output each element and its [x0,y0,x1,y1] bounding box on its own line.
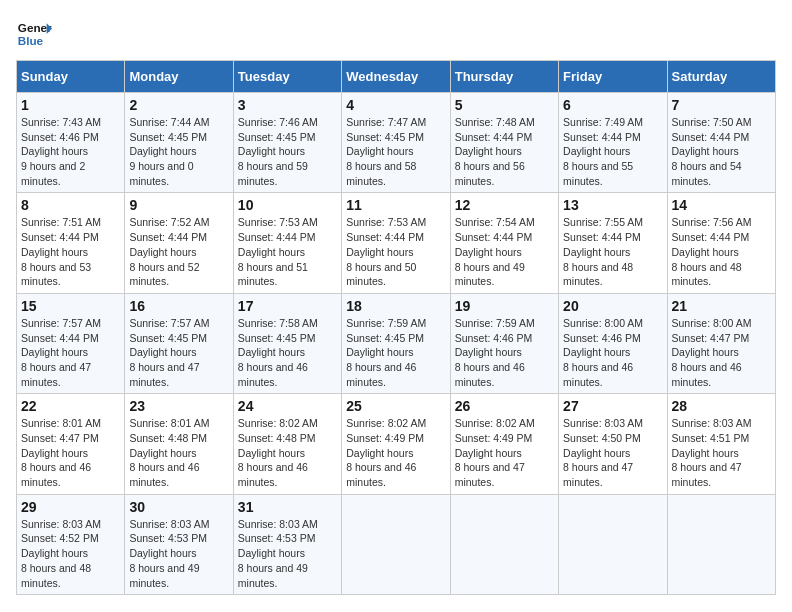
calendar-cell: 19 Sunrise: 7:59 AM Sunset: 4:46 PM Dayl… [450,293,558,393]
daylight-value: 8 hours and 46 minutes. [672,361,742,388]
day-number: 18 [346,298,445,314]
day-info: Sunrise: 8:03 AM Sunset: 4:50 PM Dayligh… [563,416,662,489]
daylight-value: 8 hours and 50 minutes. [346,261,416,288]
daylight-value: 8 hours and 46 minutes. [129,461,199,488]
day-info: Sunrise: 8:03 AM Sunset: 4:53 PM Dayligh… [129,517,228,590]
column-header-thursday: Thursday [450,61,558,93]
day-number: 25 [346,398,445,414]
day-info: Sunrise: 8:00 AM Sunset: 4:46 PM Dayligh… [563,316,662,389]
day-info: Sunrise: 7:44 AM Sunset: 4:45 PM Dayligh… [129,115,228,188]
day-number: 16 [129,298,228,314]
sunset-label: Sunset: 4:45 PM [238,332,316,344]
daylight-label: Daylight hours [672,145,739,157]
day-info: Sunrise: 7:59 AM Sunset: 4:46 PM Dayligh… [455,316,554,389]
daylight-value: 8 hours and 53 minutes. [21,261,91,288]
day-info: Sunrise: 7:53 AM Sunset: 4:44 PM Dayligh… [238,215,337,288]
sunrise-label: Sunrise: 7:55 AM [563,216,643,228]
calendar-cell: 18 Sunrise: 7:59 AM Sunset: 4:45 PM Dayl… [342,293,450,393]
calendar-cell: 12 Sunrise: 7:54 AM Sunset: 4:44 PM Dayl… [450,193,558,293]
day-number: 8 [21,197,120,213]
daylight-label: Daylight hours [346,145,413,157]
daylight-label: Daylight hours [129,547,196,559]
sunset-label: Sunset: 4:44 PM [238,231,316,243]
sunset-label: Sunset: 4:44 PM [21,231,99,243]
sunrise-label: Sunrise: 7:43 AM [21,116,101,128]
sunrise-label: Sunrise: 7:53 AM [346,216,426,228]
daylight-label: Daylight hours [129,447,196,459]
sunset-label: Sunset: 4:49 PM [346,432,424,444]
daylight-value: 8 hours and 49 minutes. [129,562,199,589]
calendar-cell: 21 Sunrise: 8:00 AM Sunset: 4:47 PM Dayl… [667,293,775,393]
sunrise-label: Sunrise: 8:03 AM [238,518,318,530]
calendar-cell [342,494,450,594]
daylight-label: Daylight hours [238,547,305,559]
daylight-value: 8 hours and 47 minutes. [129,361,199,388]
day-number: 6 [563,97,662,113]
daylight-label: Daylight hours [455,447,522,459]
day-info: Sunrise: 7:43 AM Sunset: 4:46 PM Dayligh… [21,115,120,188]
daylight-value: 9 hours and 0 minutes. [129,160,193,187]
daylight-value: 8 hours and 52 minutes. [129,261,199,288]
day-info: Sunrise: 7:59 AM Sunset: 4:45 PM Dayligh… [346,316,445,389]
calendar-cell: 3 Sunrise: 7:46 AM Sunset: 4:45 PM Dayli… [233,93,341,193]
sunrise-label: Sunrise: 7:50 AM [672,116,752,128]
calendar-cell: 29 Sunrise: 8:03 AM Sunset: 4:52 PM Dayl… [17,494,125,594]
day-number: 27 [563,398,662,414]
day-info: Sunrise: 8:02 AM Sunset: 4:49 PM Dayligh… [346,416,445,489]
day-info: Sunrise: 7:48 AM Sunset: 4:44 PM Dayligh… [455,115,554,188]
sunset-label: Sunset: 4:52 PM [21,532,99,544]
daylight-value: 8 hours and 46 minutes. [21,461,91,488]
calendar-cell: 4 Sunrise: 7:47 AM Sunset: 4:45 PM Dayli… [342,93,450,193]
daylight-label: Daylight hours [672,246,739,258]
day-number: 7 [672,97,771,113]
daylight-value: 9 hours and 2 minutes. [21,160,85,187]
sunrise-label: Sunrise: 8:03 AM [672,417,752,429]
calendar-cell: 16 Sunrise: 7:57 AM Sunset: 4:45 PM Dayl… [125,293,233,393]
daylight-value: 8 hours and 55 minutes. [563,160,633,187]
calendar-cell: 5 Sunrise: 7:48 AM Sunset: 4:44 PM Dayli… [450,93,558,193]
calendar-cell: 15 Sunrise: 7:57 AM Sunset: 4:44 PM Dayl… [17,293,125,393]
day-info: Sunrise: 7:52 AM Sunset: 4:44 PM Dayligh… [129,215,228,288]
calendar-cell: 1 Sunrise: 7:43 AM Sunset: 4:46 PM Dayli… [17,93,125,193]
calendar-header-row: SundayMondayTuesdayWednesdayThursdayFrid… [17,61,776,93]
day-number: 1 [21,97,120,113]
sunrise-label: Sunrise: 7:58 AM [238,317,318,329]
day-info: Sunrise: 8:03 AM Sunset: 4:52 PM Dayligh… [21,517,120,590]
day-number: 5 [455,97,554,113]
daylight-value: 8 hours and 59 minutes. [238,160,308,187]
daylight-value: 8 hours and 48 minutes. [21,562,91,589]
sunset-label: Sunset: 4:47 PM [672,332,750,344]
daylight-label: Daylight hours [21,145,88,157]
sunset-label: Sunset: 4:49 PM [455,432,533,444]
svg-text:Blue: Blue [18,34,44,47]
calendar-cell: 6 Sunrise: 7:49 AM Sunset: 4:44 PM Dayli… [559,93,667,193]
daylight-value: 8 hours and 56 minutes. [455,160,525,187]
daylight-label: Daylight hours [21,246,88,258]
day-number: 2 [129,97,228,113]
day-number: 28 [672,398,771,414]
daylight-value: 8 hours and 47 minutes. [455,461,525,488]
calendar-cell: 30 Sunrise: 8:03 AM Sunset: 4:53 PM Dayl… [125,494,233,594]
daylight-value: 8 hours and 46 minutes. [455,361,525,388]
calendar-cell: 27 Sunrise: 8:03 AM Sunset: 4:50 PM Dayl… [559,394,667,494]
sunset-label: Sunset: 4:46 PM [21,131,99,143]
daylight-label: Daylight hours [21,547,88,559]
day-number: 11 [346,197,445,213]
daylight-label: Daylight hours [129,346,196,358]
day-number: 10 [238,197,337,213]
sunrise-label: Sunrise: 7:56 AM [672,216,752,228]
daylight-label: Daylight hours [563,346,630,358]
day-info: Sunrise: 8:02 AM Sunset: 4:49 PM Dayligh… [455,416,554,489]
sunset-label: Sunset: 4:48 PM [129,432,207,444]
daylight-value: 8 hours and 48 minutes. [563,261,633,288]
calendar-table: SundayMondayTuesdayWednesdayThursdayFrid… [16,60,776,595]
daylight-label: Daylight hours [346,246,413,258]
daylight-value: 8 hours and 46 minutes. [238,361,308,388]
daylight-label: Daylight hours [346,447,413,459]
daylight-label: Daylight hours [129,145,196,157]
calendar-cell: 22 Sunrise: 8:01 AM Sunset: 4:47 PM Dayl… [17,394,125,494]
calendar-cell: 17 Sunrise: 7:58 AM Sunset: 4:45 PM Dayl… [233,293,341,393]
calendar-cell: 2 Sunrise: 7:44 AM Sunset: 4:45 PM Dayli… [125,93,233,193]
sunset-label: Sunset: 4:44 PM [563,131,641,143]
calendar-week-row: 15 Sunrise: 7:57 AM Sunset: 4:44 PM Dayl… [17,293,776,393]
